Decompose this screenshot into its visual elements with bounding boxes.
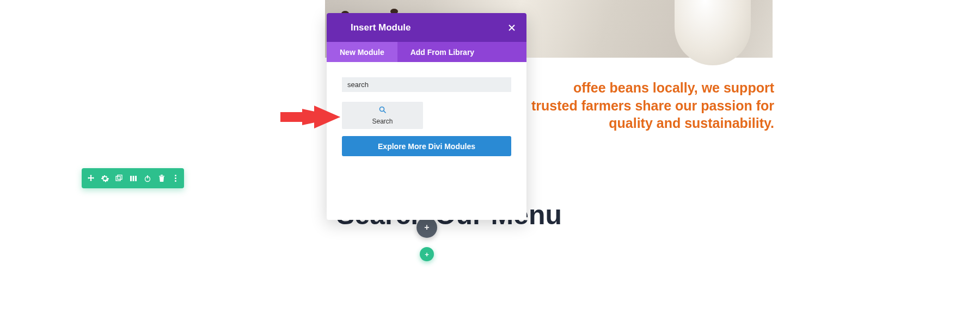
more-icon[interactable] [172,174,179,183]
explore-modules-button[interactable]: Explore More Divi Modules [342,136,511,156]
search-icon [379,106,387,116]
section-toolbar [82,168,184,188]
add-section-button[interactable]: + [420,247,434,261]
page-stage: offee beans locally, we support trusted … [0,0,980,320]
power-icon[interactable] [144,174,151,183]
modal-title: Insert Module [351,22,411,33]
svg-rect-4 [135,176,137,181]
tab-add-from-library[interactable]: Add From Library [397,42,487,62]
svg-point-7 [379,107,384,111]
insert-module-modal: Insert Module New Module Add From Librar… [327,13,526,220]
modal-tabs: New Module Add From Library [327,42,526,62]
close-icon[interactable] [505,21,519,35]
modal-body: Search Explore More Divi Modules [327,62,526,156]
columns-icon[interactable] [130,174,137,183]
module-search[interactable]: Search [342,102,423,129]
module-grid: Search [342,102,511,129]
svg-rect-3 [133,176,134,181]
cup-graphic [675,0,751,65]
hero-paragraph: offee beans locally, we support trusted … [527,79,774,132]
duplicate-icon[interactable] [115,174,123,183]
svg-rect-2 [130,176,132,181]
modal-header[interactable]: Insert Module [327,13,526,42]
module-search-label: Search [372,118,393,125]
svg-line-8 [383,110,385,113]
trash-icon[interactable] [158,174,166,183]
add-row-button[interactable]: + [416,217,437,238]
settings-icon[interactable] [101,174,109,183]
tab-new-module[interactable]: New Module [327,42,397,62]
svg-rect-0 [116,176,120,181]
module-search-input[interactable] [342,77,511,92]
move-icon[interactable] [87,174,95,183]
svg-rect-1 [118,175,122,179]
